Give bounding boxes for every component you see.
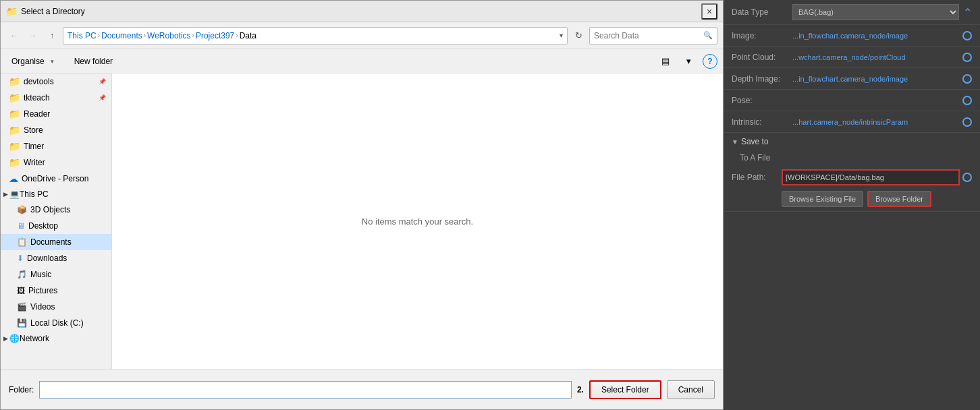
save-title: Save to xyxy=(741,137,769,146)
intrinsic-dot xyxy=(962,117,972,127)
folder-icon: 📁 xyxy=(9,76,20,87)
dialog-icon: 📁 xyxy=(6,6,17,17)
forward-button[interactable]: → xyxy=(25,28,41,44)
breadcrumb-documents[interactable]: Documents xyxy=(101,31,142,40)
file-path-label: File Path: xyxy=(732,173,779,182)
file-path-row: File Path: xyxy=(732,169,972,185)
data-type-select[interactable]: BAG(.bag) xyxy=(792,4,959,20)
up-button[interactable]: ↑ xyxy=(44,28,60,44)
sidebar-item-videos[interactable]: 🎬 Videos xyxy=(1,299,111,315)
sidebar-section-network[interactable]: ▶ 🌐 Network xyxy=(1,331,111,346)
back-button[interactable]: ← xyxy=(6,28,22,44)
breadcrumb-dropdown[interactable]: ▾ xyxy=(560,32,563,39)
breadcrumb-bar: This PC › Documents › WeRobotics › Proje… xyxy=(63,27,568,45)
depth-image-value: ...in_flowchart.camera_node/image xyxy=(792,75,960,83)
data-type-label: Data Type xyxy=(732,7,792,17)
close-button[interactable]: × xyxy=(701,3,717,20)
music-icon: 🎵 xyxy=(17,270,27,279)
toolbar: Organise ▾ New folder ▤ ▾ ? xyxy=(1,49,723,74)
help-button[interactable]: ? xyxy=(703,54,717,69)
browse-existing-file-button[interactable]: Browse Existing File xyxy=(782,191,863,207)
breadcrumb-this-pc[interactable]: This PC xyxy=(67,31,97,40)
3dobjects-icon: 📦 xyxy=(17,205,27,214)
videos-icon: 🎬 xyxy=(17,302,27,312)
panel-row-image: Image: ...in_flowchart.camera_node/image xyxy=(724,25,980,47)
dialog-title: Select a Directory xyxy=(21,7,701,16)
point-cloud-value: ...wchart.camera_node/pointCloud xyxy=(792,53,960,61)
folder-icon: 📁 xyxy=(9,141,20,152)
step-indicator: 2. xyxy=(577,385,584,394)
save-to-file-label: To A File xyxy=(732,150,972,165)
title-bar: 📁 Select a Directory × xyxy=(1,1,723,22)
refresh-button[interactable]: ↻ xyxy=(570,28,587,44)
sidebar-item-writer[interactable]: 📁 Writer xyxy=(1,154,111,171)
content-area[interactable]: No items match your search. xyxy=(112,74,723,369)
cancel-button[interactable]: Cancel xyxy=(667,380,715,399)
onedrive-icon: ☁ xyxy=(9,173,18,184)
main-area: 📁 devtools 📌 📁 tkteach 📌 📁 Reader 📁 Stor… xyxy=(1,74,723,369)
downloads-icon: ⬇ xyxy=(17,254,24,263)
new-folder-button[interactable]: New folder xyxy=(69,54,118,69)
data-type-expand-icon: ⌃ xyxy=(963,6,972,19)
sidebar-item-3d-objects[interactable]: 📦 3D Objects xyxy=(1,202,111,218)
folder-icon: 📁 xyxy=(9,157,20,168)
search-box: 🔍 xyxy=(589,27,717,45)
sidebar-item-desktop[interactable]: 🖥 Desktop xyxy=(1,218,111,234)
right-panel: Data Type BAG(.bag) ⌃ Image: ...in_flowc… xyxy=(724,0,980,410)
search-icon: 🔍 xyxy=(703,31,713,40)
folder-label: Folder: xyxy=(9,385,34,394)
desktop-icon: 🖥 xyxy=(17,221,25,231)
expand-icon: ▶ xyxy=(3,335,8,342)
sidebar-item-onedrive[interactable]: ☁ OneDrive - Person xyxy=(1,171,111,187)
layout-button[interactable]: ▾ xyxy=(680,53,697,70)
documents-icon: 📋 xyxy=(17,237,27,247)
pictures-icon: 🖼 xyxy=(17,286,25,295)
image-dot xyxy=(962,31,972,40)
search-input[interactable] xyxy=(594,31,703,40)
network-icon: 🌐 xyxy=(9,334,20,343)
sidebar-item-tkteach[interactable]: 📁 tkteach 📌 xyxy=(1,90,111,106)
intrinsic-label: Intrinsic: xyxy=(732,117,792,127)
image-value: ...in_flowchart.camera_node/image xyxy=(792,32,960,40)
browse-buttons: Browse Existing File Browse Folder xyxy=(732,191,972,207)
computer-icon: 💻 xyxy=(9,189,20,199)
sidebar-item-pictures[interactable]: 🖼 Pictures xyxy=(1,283,111,299)
sidebar-item-local-disk[interactable]: 💾 Local Disk (C:) xyxy=(1,315,111,331)
save-section: ▼ Save to To A File File Path: Browse Ex… xyxy=(724,133,980,212)
expand-icon: ▶ xyxy=(3,191,8,198)
save-triangle-icon: ▼ xyxy=(732,138,738,146)
sidebar-item-music[interactable]: 🎵 Music xyxy=(1,266,111,283)
empty-message: No items match your search. xyxy=(362,216,473,227)
image-label: Image: xyxy=(732,31,792,40)
network-label: Network xyxy=(20,334,49,343)
sidebar-item-store[interactable]: 📁 Store xyxy=(1,122,111,138)
pose-label: Pose: xyxy=(732,96,792,105)
sidebar-section-this-pc[interactable]: ▶ 💻 This PC xyxy=(1,187,111,202)
sidebar-item-documents[interactable]: 📋 Documents xyxy=(1,234,111,250)
sidebar-item-reader[interactable]: 📁 Reader xyxy=(1,106,111,122)
view-toggle-button[interactable]: ▤ xyxy=(657,53,674,70)
footer: Folder: 2. Select Folder Cancel xyxy=(1,369,723,409)
sidebar-item-timer[interactable]: 📁 Timer xyxy=(1,138,111,154)
breadcrumb-data[interactable]: Data xyxy=(240,31,256,40)
panel-row-intrinsic: Intrinsic: ...hart.camera_node/intrinsic… xyxy=(724,111,980,133)
sidebar-item-devtools[interactable]: 📁 devtools 📌 xyxy=(1,74,111,90)
breadcrumb-werobotics[interactable]: WeRobotics xyxy=(147,31,190,40)
data-type-row: Data Type BAG(.bag) ⌃ xyxy=(724,0,980,25)
browse-folder-button[interactable]: Browse Folder xyxy=(867,191,931,207)
folder-icon: 📁 xyxy=(9,109,20,119)
select-folder-button[interactable]: Select Folder xyxy=(589,380,661,399)
organise-button[interactable]: Organise ▾ xyxy=(6,53,63,69)
nav-bar: ← → ↑ This PC › Documents › WeRobotics ›… xyxy=(1,22,723,49)
depth-image-dot xyxy=(962,74,972,84)
pose-dot xyxy=(962,96,972,105)
organise-dropdown-icon: ▾ xyxy=(47,56,58,67)
sidebar-item-downloads[interactable]: ⬇ Downloads xyxy=(1,250,111,266)
panel-row-pose: Pose: xyxy=(724,90,980,111)
breadcrumb-project397[interactable]: Project397 xyxy=(196,31,234,40)
panel-row-point-cloud: Point Cloud: ...wchart.camera_node/point… xyxy=(724,47,980,68)
folder-icon: 📁 xyxy=(9,92,20,103)
intrinsic-value: ...hart.camera_node/intrinsicParam xyxy=(792,118,960,126)
file-path-input[interactable] xyxy=(782,169,960,185)
folder-input[interactable] xyxy=(39,381,572,399)
